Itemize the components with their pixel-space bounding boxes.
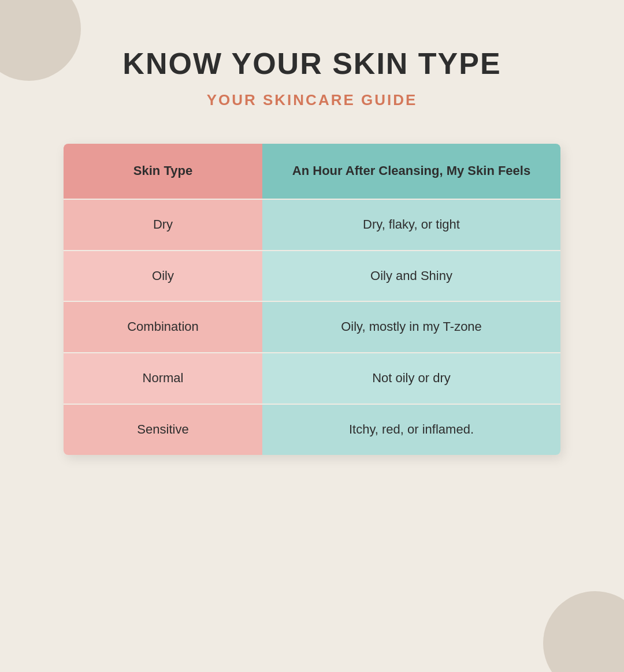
skin-type-cell: Normal xyxy=(64,353,262,404)
content-wrapper: KNOW YOUR SKIN TYPE YOUR SKINCARE GUIDE … xyxy=(0,0,624,455)
table-header-row: Skin Type An Hour After Cleansing, My Sk… xyxy=(64,144,560,199)
decorative-circle-bottom-right xyxy=(543,591,624,672)
header-skin-feels: An Hour After Cleansing, My Skin Feels xyxy=(262,144,560,199)
table-row: OilyOily and Shiny xyxy=(64,251,560,302)
skin-type-cell: Dry xyxy=(64,199,262,251)
page-subtitle: YOUR SKINCARE GUIDE xyxy=(207,91,418,109)
table-body: DryDry, flaky, or tightOilyOily and Shin… xyxy=(64,199,560,455)
skin-description-cell: Oily and Shiny xyxy=(262,251,560,302)
skin-type-table: Skin Type An Hour After Cleansing, My Sk… xyxy=(64,144,560,455)
skin-description-cell: Oily, mostly in my T-zone xyxy=(262,301,560,353)
skin-type-cell: Sensitive xyxy=(64,404,262,455)
skin-description-cell: Itchy, red, or inflamed. xyxy=(262,404,560,455)
skin-type-cell: Combination xyxy=(64,301,262,353)
skin-description-cell: Not oily or dry xyxy=(262,353,560,404)
skin-description-cell: Dry, flaky, or tight xyxy=(262,199,560,251)
table-row: DryDry, flaky, or tight xyxy=(64,199,560,251)
skin-type-table-container: Skin Type An Hour After Cleansing, My Sk… xyxy=(64,144,560,455)
table-row: CombinationOily, mostly in my T-zone xyxy=(64,301,560,353)
skin-type-cell: Oily xyxy=(64,251,262,302)
page-title: KNOW YOUR SKIN TYPE xyxy=(122,46,501,81)
header-skin-type: Skin Type xyxy=(64,144,262,199)
table-row: NormalNot oily or dry xyxy=(64,353,560,404)
table-row: SensitiveItchy, red, or inflamed. xyxy=(64,404,560,455)
